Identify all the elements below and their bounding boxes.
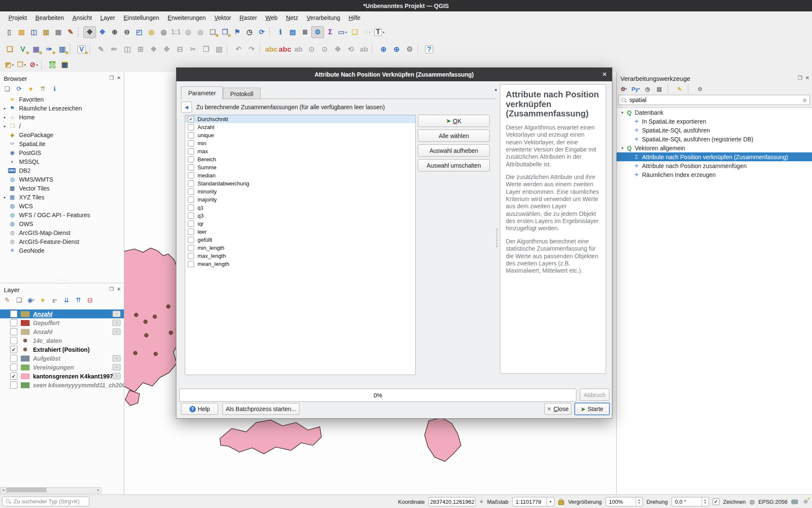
processing-options-icon[interactable]: ⚙ bbox=[695, 84, 705, 94]
scroll-left-icon[interactable]: ◂ bbox=[0, 488, 6, 493]
summary-option-row[interactable]: q1 bbox=[185, 204, 415, 212]
expand-caret-icon[interactable]: ▸ bbox=[2, 124, 8, 128]
crs-value[interactable]: EPSG:2056 bbox=[758, 499, 787, 505]
ok-button[interactable]: ➤ OK bbox=[418, 115, 490, 127]
summary-option-row[interactable]: unique bbox=[185, 131, 415, 139]
algorithm-tree-row[interactable]: ✳ Attribute nach Position zusammenfügen bbox=[617, 161, 812, 170]
toggle-editing-icon[interactable]: ✏ bbox=[108, 43, 121, 55]
layer-row[interactable]: Anzahl ≡ bbox=[0, 327, 124, 336]
layer-row[interactable]: 14c_daten bbox=[0, 336, 124, 345]
add-vector-layer-icon[interactable]: V ✱ bbox=[16, 43, 29, 55]
rotation-spinbox[interactable]: 0,0 ° ▲▼ bbox=[672, 497, 709, 506]
summary-option-row[interactable]: majority bbox=[185, 196, 415, 204]
cancel-button[interactable]: Abbruch bbox=[580, 389, 609, 401]
properties-widget-icon[interactable]: ℹ bbox=[50, 84, 59, 94]
select-features-icon[interactable]: ◩ ▾ bbox=[3, 59, 15, 70]
menu-item[interactable]: Ansicht bbox=[68, 12, 96, 23]
algorithm-tree-row[interactable]: ▾ Q Datenbank bbox=[617, 108, 812, 117]
project-open-icon[interactable]: ▨ bbox=[16, 27, 27, 38]
summary-option-row[interactable]: leer bbox=[185, 228, 415, 236]
back-button[interactable]: ◀ bbox=[181, 102, 192, 113]
layer-visibility-checkbox[interactable] bbox=[10, 328, 17, 335]
menu-item[interactable]: Bearbeiten bbox=[31, 12, 69, 23]
help-button[interactable]: ? Help bbox=[181, 403, 218, 415]
dropdown-arrow-icon[interactable]: ▾ bbox=[12, 63, 14, 67]
summary-checkbox[interactable] bbox=[188, 172, 194, 179]
project-new-icon[interactable]: ▯ bbox=[3, 27, 15, 38]
start-button[interactable]: ➤ Starte bbox=[574, 403, 610, 415]
algorithm-tree-row[interactable]: ✳ SpatiaLite-SQL ausführen bbox=[617, 126, 812, 135]
text-annotation-icon[interactable]: T ▾ bbox=[373, 27, 385, 38]
summary-option-row[interactable]: mean_length bbox=[185, 260, 415, 268]
menu-item[interactable]: Vektor bbox=[210, 12, 236, 23]
layout-manager-icon[interactable]: ▦ bbox=[52, 27, 64, 38]
measure-icon[interactable]: ▭ ▾ bbox=[337, 27, 348, 38]
summary-option-row[interactable]: Bereich bbox=[185, 155, 415, 163]
quickmap-services-icon[interactable]: ▦ bbox=[59, 59, 71, 70]
close-panel-icon[interactable]: ✕ bbox=[117, 286, 121, 292]
zoom-full-extent-icon[interactable]: ◰ bbox=[133, 27, 145, 38]
tab-protokoll[interactable]: Protokoll bbox=[223, 88, 260, 99]
magnifier-spinbox[interactable]: 100% ▲▼ bbox=[606, 497, 643, 506]
browser-item[interactable]: ▸ DB2 DB2 bbox=[0, 166, 124, 175]
summary-option-row[interactable]: Durchschnitt bbox=[185, 115, 415, 123]
layer-row[interactable]: Anzahl ≡ bbox=[0, 309, 124, 318]
metasearch-icon[interactable]: ⊕ bbox=[377, 43, 390, 55]
summary-checkbox[interactable] bbox=[188, 140, 194, 146]
remove-layer-icon[interactable]: ⊟ bbox=[85, 295, 95, 305]
summary-checkbox[interactable] bbox=[188, 156, 194, 163]
save-layer-edits-icon[interactable]: ◫ bbox=[121, 43, 134, 55]
layer-diagram-icon[interactable]: abc bbox=[278, 43, 291, 55]
float-panel-icon[interactable]: ❐ bbox=[798, 75, 802, 81]
rotate-label-icon[interactable]: ⟲ bbox=[345, 43, 357, 55]
browser-item[interactable]: ▸ ✑ SpatiaLite bbox=[0, 139, 124, 148]
messages-icon[interactable] bbox=[791, 500, 798, 504]
panel-splitter[interactable]: ······ bbox=[55, 278, 69, 282]
summary-option-row[interactable]: q3 bbox=[185, 212, 415, 220]
dropdown-arrow-icon[interactable]: ▾ bbox=[24, 63, 26, 67]
browser-item[interactable]: ▸ ✳ GeoNode bbox=[0, 246, 124, 255]
summary-checkbox[interactable] bbox=[188, 229, 194, 235]
menu-item[interactable]: Projekt bbox=[4, 12, 31, 23]
identify-features-icon[interactable]: ℹ bbox=[274, 27, 286, 38]
select-all-button[interactable]: Alle wählen bbox=[418, 130, 490, 142]
close-button[interactable]: ✕ Close bbox=[544, 403, 571, 415]
delete-selected-icon[interactable]: ⊟ bbox=[173, 43, 186, 55]
cut-features-icon[interactable]: ✂ bbox=[187, 43, 199, 55]
dropdown-arrow-icon[interactable]: ▾ bbox=[36, 63, 38, 67]
add-group-icon[interactable]: ❏ bbox=[14, 295, 24, 305]
summary-checkbox[interactable] bbox=[188, 180, 194, 187]
browser-item[interactable]: ▸ ⚑ Räumliche Lesezeichen bbox=[0, 104, 124, 113]
layer-row[interactable]: Aufgelöst ≡ bbox=[0, 354, 124, 363]
collapse-help-arrow-icon[interactable]: ◂ bbox=[494, 87, 497, 92]
annotation-icon[interactable]: ◌ ▾ bbox=[361, 27, 373, 38]
layer-row[interactable]: seen k4seenyyyymmdd11_ch200 bbox=[0, 381, 124, 389]
summary-checkbox[interactable] bbox=[188, 213, 194, 219]
open-layer-styling-icon[interactable]: ✎ bbox=[3, 295, 12, 305]
browser-item[interactable]: ▸ ◆ GeoPackage bbox=[0, 130, 124, 139]
search-layers-icon[interactable]: ⊕ bbox=[390, 43, 403, 55]
new-virtual-layer-icon[interactable]: V ✱ bbox=[75, 43, 88, 55]
browser-item[interactable]: ▸ ◍ WFS / OGC API - Features bbox=[0, 210, 124, 219]
zoom-next-icon[interactable]: ◎ bbox=[195, 27, 206, 38]
summary-checkbox[interactable] bbox=[188, 237, 194, 243]
spin-arrows-icon[interactable]: ▲▼ bbox=[636, 497, 642, 506]
browser-item[interactable]: ▸ ◍ WCS bbox=[0, 202, 124, 210]
summary-checkbox[interactable] bbox=[188, 196, 194, 203]
algorithm-tree-row[interactable]: ✳ Räumlichen Index erzeugen bbox=[617, 170, 812, 179]
coordinate-input[interactable]: 2837420,1261962 bbox=[428, 497, 476, 506]
browser-item[interactable]: ▸ ◗ MSSQL bbox=[0, 157, 124, 166]
summary-option-row[interactable]: minority bbox=[185, 188, 415, 196]
browser-item[interactable]: ▸ ❒ / bbox=[0, 121, 124, 130]
menu-item[interactable]: Web bbox=[261, 12, 282, 23]
scale-combobox[interactable]: 1:1101778 ▼ bbox=[512, 497, 554, 506]
history-icon[interactable]: ◷ bbox=[643, 84, 652, 94]
edit-features-in-place-icon[interactable]: ✎ bbox=[675, 84, 684, 94]
dropdown-arrow-icon[interactable]: ▾ bbox=[346, 30, 347, 34]
zoom-last-icon[interactable]: ◎ bbox=[182, 27, 194, 38]
manage-map-themes-icon[interactable]: ◉ ▾ bbox=[26, 295, 36, 305]
layer-visibility-checkbox[interactable] bbox=[10, 337, 17, 344]
layer-row[interactable]: Gepuffert ≡ bbox=[0, 318, 124, 327]
scrollbar-thumb[interactable] bbox=[6, 488, 47, 492]
show-hidden-labels-icon[interactable]: ab bbox=[292, 43, 305, 55]
